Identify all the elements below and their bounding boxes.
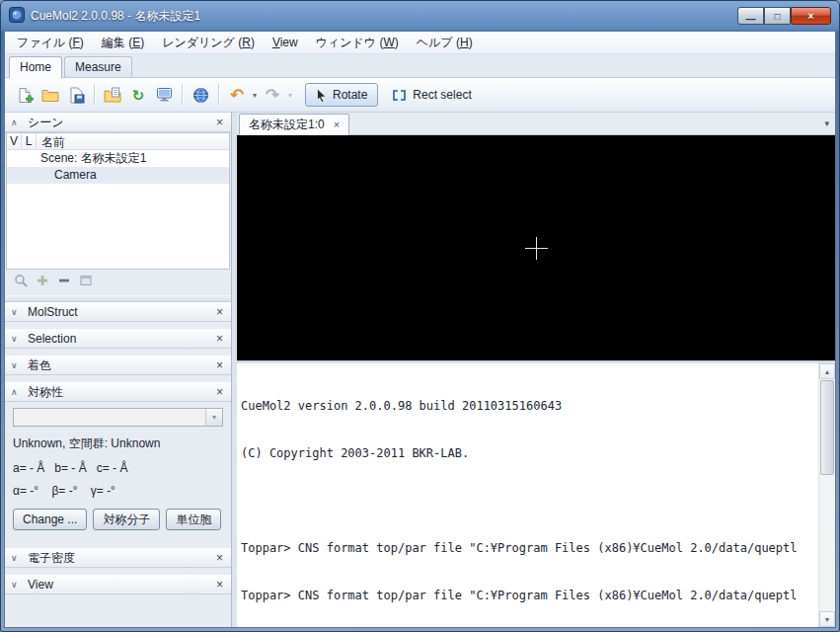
symmetry-combobox[interactable]: ▾ [13,408,223,427]
tab-list-dropdown-icon[interactable]: ▾ [824,118,829,128]
folder-document-icon [104,87,121,103]
monitor-icon [156,87,173,103]
sidebar-splitter[interactable] [5,295,231,302]
scrollbar-thumb[interactable] [820,380,834,475]
rect-select-tool-button[interactable]: Rect select [384,83,480,107]
log-output: CueMol2 version 2.0.0.98 build 201103151… [241,366,816,627]
scene-tree: V L 名前 Scene: 名称未設定1 Camera [6,132,230,270]
scene-tree-header: V L 名前 [7,133,229,150]
scrollbar-track[interactable] [819,379,835,611]
close-icon: × [808,11,814,22]
panel-close-icon[interactable]: × [214,578,225,592]
column-visible: V [7,133,22,149]
menu-help[interactable]: ヘルプ (H) [408,32,482,54]
display-settings-button[interactable] [151,82,177,108]
panel-header-symmetry[interactable]: ∧ 対称性 × [5,382,231,402]
symmetry-panel-body: ▾ Unknown, 空間群: Unknown a= - Å b= - Å c=… [5,402,231,536]
panel-title: 対称性 [28,384,208,401]
tab-home[interactable]: Home [9,56,62,78]
minimize-icon: — [746,14,756,25]
panel-title: シーン [28,115,208,131]
chevron-down-icon: ∨ [11,580,22,590]
globe-icon [192,87,209,104]
menu-file[interactable]: ファイル (F) [8,32,93,54]
panel-title: View [28,578,208,592]
menu-view[interactable]: View [264,33,307,52]
rotate-tool-button[interactable]: Rotate [305,83,378,107]
panel-close-icon[interactable]: × [214,332,225,346]
document-tab-label: 名称未設定1:0 [249,117,325,133]
panel-header-scene[interactable]: ∧ シーン × [5,113,231,132]
document-tab[interactable]: 名称未設定1:0 × [239,114,349,135]
molecule-viewport[interactable] [237,135,835,360]
panel-header-molstruct[interactable]: ∨ MolStruct × [5,302,231,322]
redo-button[interactable]: ↷ [260,82,285,108]
open-file-button[interactable] [38,82,63,108]
redo-dropdown[interactable]: ▾ [285,91,295,100]
spacegroup-info: Unknown, 空間群: Unknown [13,435,223,452]
undo-dropdown[interactable]: ▾ [250,91,260,100]
panel-close-icon[interactable]: × [214,116,225,129]
menu-rendering[interactable]: レンダリング (R) [153,32,264,54]
properties-icon[interactable] [79,274,93,290]
scroll-down-icon[interactable]: ▼ [819,611,835,627]
unit-cell-button[interactable]: 単位胞 [166,509,221,530]
change-button[interactable]: Change ... [13,509,87,530]
new-scene-button[interactable] [12,82,38,108]
add-icon[interactable] [36,274,49,290]
combobox-arrow-icon[interactable]: ▾ [205,409,222,426]
app-window: CueMol2 2.0.0.98 - 名称未設定1 — □ × ファイル (F)… [0,0,840,632]
new-document-icon [17,87,34,104]
panel-title: Selection [28,332,208,346]
minimize-button[interactable]: — [737,7,764,25]
save-file-button[interactable] [63,82,89,108]
undo-icon: ↶ [230,87,244,104]
chevron-down-icon: ∨ [11,307,22,317]
panel-header-selection[interactable]: ∨ Selection × [5,329,231,349]
log-line [241,493,816,509]
log-line: (C) Copyright 2003-2011 BKR-LAB. [241,445,816,461]
scroll-up-icon[interactable]: ▲ [819,363,835,379]
log-line: CueMol2 version 2.0.0.98 build 201103151… [241,398,816,414]
save-document-icon [68,87,85,104]
menu-edit[interactable]: 編集 (E) [93,32,153,54]
network-button[interactable] [188,82,213,108]
redo-icon: ↷ [266,87,279,104]
column-name: 名前 [37,133,229,149]
open-mol-button[interactable] [100,82,125,108]
panel-close-icon[interactable]: × [214,385,225,399]
zoom-icon[interactable] [14,274,28,290]
window-client: ファイル (F) 編集 (E) レンダリング (R) View ウィンドウ (W… [4,31,836,628]
tree-item-scene[interactable]: Scene: 名称未設定1 [7,150,229,167]
menu-window[interactable]: ウィンドウ (W) [307,32,408,54]
cell-angles: α= -° β= -° γ= -° [13,484,223,498]
log-line: Toppar> CNS format top/par file "C:¥Prog… [241,588,816,603]
tree-item-camera[interactable]: Camera [7,167,229,184]
panel-header-view[interactable]: ∨ View × [5,575,231,594]
panel-close-icon[interactable]: × [214,551,225,565]
undo-button[interactable]: ↶ [224,82,250,108]
toolbar-separator [94,84,95,106]
panel-header-density[interactable]: ∨ 電子密度 × [5,548,231,568]
log-panel: CueMol2 version 2.0.0.98 build 201103151… [237,363,835,627]
document-tab-bar: 名称未設定1:0 × ▾ [237,113,835,135]
panel-title: 電子密度 [28,550,208,567]
panel-close-icon[interactable]: × [214,358,225,372]
app-icon [9,7,25,26]
open-folder-icon [41,87,59,103]
tab-measure[interactable]: Measure [64,56,132,77]
close-button[interactable]: × [791,7,831,25]
maximize-icon: □ [774,11,780,22]
panel-close-icon[interactable]: × [214,305,225,319]
tab-close-icon[interactable]: × [334,118,340,130]
title-bar[interactable]: CueMol2 2.0.0.98 - 名称未設定1 — □ × [4,1,836,31]
remove-icon[interactable] [57,274,71,290]
panel-header-coloring[interactable]: ∨ 着色 × [5,356,231,375]
maximize-button[interactable]: □ [764,7,791,25]
refresh-button[interactable]: ↻ [125,82,151,108]
chevron-down-icon: ∨ [11,334,22,344]
chevron-down-icon: ∨ [11,360,22,370]
chevron-up-icon: ∧ [11,387,22,397]
symm-molecule-button[interactable]: 対称分子 [93,509,160,530]
log-scrollbar[interactable]: ▲ ▼ [818,363,835,627]
